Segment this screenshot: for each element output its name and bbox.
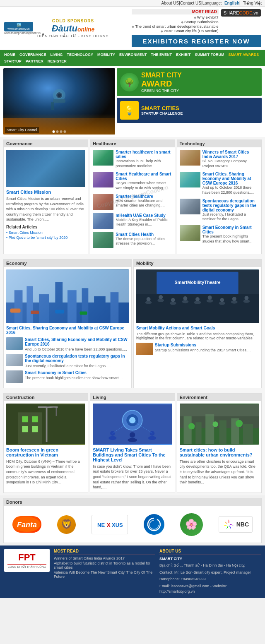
footer-item[interactable]: Alphabet to build futuristic district in… <box>54 561 155 570</box>
economy-article-title-2[interactable]: Spontaneous deregulation tests regulator… <box>25 354 129 363</box>
healthcare-link-2[interactable]: Smart Healthcare and Smart Cities <box>116 172 172 181</box>
governance-main-image <box>6 150 85 187</box>
svg-point-59 <box>128 438 137 442</box>
footer-logo-slogan: CÙNG ĐI TỚI THÀNH CÔNG <box>7 565 46 569</box>
footer: FPT CÙNG ĐI TỚI THÀNH CÔNG Most Read Win… <box>0 545 265 598</box>
svg-rect-68 <box>219 420 226 444</box>
hero-dot-1[interactable] <box>53 130 55 133</box>
svg-rect-13 <box>94 296 106 323</box>
environment-col: Environment Smart cities: how to buil <box>177 393 262 493</box>
related-item[interactable]: Phú Quốc to be 'smart city' by 2020 <box>6 235 85 240</box>
mobility-main-title[interactable]: Smart Mobility Actions and Smart Goals <box>136 326 259 330</box>
lang-vn[interactable]: Tiếng Việt <box>243 1 262 5</box>
healthcare-desc-2: Do you remember when smart was simply to… <box>116 181 172 190</box>
most-read-item[interactable]: 2030: Smart city life (US version) <box>132 29 218 33</box>
footer-logo-name: FPT <box>7 552 46 563</box>
nav-technology[interactable]: TECHNOLOGY <box>65 52 95 58</box>
smart-city-award[interactable]: 🌳 SMART CITY AWARD GREENING THE CITY <box>117 68 262 96</box>
footer-item[interactable]: Valencia Will Become The New 'Smart City… <box>54 570 155 579</box>
nav-smart-awards[interactable]: SMART AWARDS <box>227 52 261 58</box>
svg-point-34 <box>195 297 200 301</box>
nav-home[interactable]: HOME <box>2 52 17 58</box>
svg-point-28 <box>231 300 238 304</box>
svg-rect-74 <box>180 404 259 416</box>
healthcare-link-1[interactable]: Smarter healthcare in smart cities <box>116 150 172 159</box>
healthcare-thumb-4 <box>93 213 113 229</box>
healthcare-link-5[interactable]: Smart Cities Health <box>116 232 172 237</box>
nav-startup[interactable]: STARTUP <box>2 58 23 64</box>
award-sub: GREENING THE CITY <box>141 89 182 93</box>
footer-item[interactable]: Winners of Smart Cities India Awards 201… <box>54 556 155 560</box>
environment-main-title[interactable]: Smart cities: how to build sustainable u… <box>180 447 259 457</box>
economy-article-title-1[interactable]: Smart Cities, Sharing Economy and Mobili… <box>25 337 129 346</box>
economy-article-desc-1: And up to October 2016 there have been 2… <box>25 347 129 351</box>
hero-dot-3[interactable] <box>60 130 63 133</box>
tech-link-1[interactable]: Winners of Smart Cities India Awards 201… <box>202 150 259 159</box>
economy-article-2: Spontaneous deregulation tests regulator… <box>6 354 129 368</box>
nav-governance[interactable]: GOVERNANCE <box>18 52 48 58</box>
svg-rect-9 <box>39 294 49 323</box>
lightbulb-icon: 💡 <box>124 105 135 116</box>
logo-url: www.thachphathanphanh.vn <box>4 31 33 34</box>
hero-dot-2[interactable] <box>56 130 59 133</box>
svg-text:Fanta: Fanta <box>17 521 37 529</box>
hero-section: Smart City Control 🌳 SMART CITY AWARD GR… <box>0 66 265 137</box>
nav-living[interactable]: LIVING <box>49 52 65 58</box>
healthcare-link-3[interactable]: Smarter healthcare <box>116 194 172 199</box>
svg-rect-43 <box>22 416 28 422</box>
tech-link-2[interactable]: Smart Cities, Sharing Economy and Mobili… <box>202 172 259 185</box>
healthcare-thumb-2 <box>93 172 113 187</box>
lotus-icon: 🌸 <box>185 519 198 530</box>
tech-link-4[interactable]: Smart Economy in Smart Cities <box>202 225 259 234</box>
svg-point-80 <box>227 523 230 526</box>
nav-environment[interactable]: ENVIRONMENT <box>118 52 149 58</box>
nav-the-event[interactable]: THE EVENT <box>149 52 174 58</box>
construction-col: Construction Boom foreseen in green cons… <box>3 393 88 493</box>
healthcare-info-2: Smart Healthcare and Smart Cities Do you… <box>116 172 172 190</box>
mobility-title: Mobility <box>134 260 261 267</box>
healthcare-info-1: Smarter healthcare in smart cities Innov… <box>116 150 172 168</box>
living-main-title[interactable]: SMART Living Takes Smart Buildings and S… <box>93 447 172 462</box>
related-articles-label: Related Articles <box>6 225 85 229</box>
most-read-item[interactable]: The trend of smart urban development sus… <box>132 24 218 29</box>
nav-mobility[interactable]: MOBILITY <box>96 52 117 58</box>
most-read-item[interactable]: Why exhibit? <box>132 15 218 19</box>
tech-article-4: Smart Economy in Smart Cities The presen… <box>180 225 259 244</box>
dautu-logo[interactable]: Đàutuonline <box>37 23 109 34</box>
nav-register[interactable]: REGISTER <box>46 58 68 64</box>
svg-point-25 <box>194 301 201 304</box>
most-read-item[interactable]: Startup Submissions <box>132 20 218 24</box>
mobility-article-title-1[interactable]: Startup Submissions <box>155 343 251 347</box>
mobility-main-desc: The different groups shown in Table 1 an… <box>136 332 259 340</box>
healthcare-link-4[interactable]: mHealth UAE Case Study <box>116 213 172 218</box>
nav-partner[interactable]: PARTNER <box>24 58 45 64</box>
tech-info-3: Spontaneous deregulation tests regulator… <box>202 199 259 222</box>
hero-dot-4[interactable] <box>64 130 66 133</box>
about-link[interactable]: About US <box>161 1 179 5</box>
living-title: Living <box>90 394 174 401</box>
most-read-title: MOST READ <box>132 9 218 14</box>
construction-main-title[interactable]: Boom foreseen in green construction in V… <box>6 447 85 457</box>
lang-en[interactable]: English <box>224 1 239 5</box>
contact-link[interactable]: Contact US <box>180 1 201 5</box>
hero-dots <box>53 130 66 133</box>
tech-link-3[interactable]: Spontaneous deregulation tests regulator… <box>202 199 259 212</box>
svg-point-26 <box>207 299 213 303</box>
economy-main-title[interactable]: Smart Cities, Sharing Economy and Mobili… <box>6 326 129 335</box>
governance-main-title[interactable]: Smart Cities Mission <box>6 190 85 195</box>
section-2col-economy-mobility: Economy Smart Cities, Sharin <box>0 257 265 391</box>
nav-exhibit[interactable]: EXHIBIT <box>174 52 193 58</box>
related-item[interactable]: Smart Cities Mission <box>6 231 85 235</box>
healthcare-thumb-3 <box>93 194 113 210</box>
svg-point-32 <box>171 298 175 302</box>
startup-challenge[interactable]: 💡 SMART CITIES STARTUP CHALLENGE <box>117 98 262 123</box>
healthcare-article-4: mHealth UAE Case Study Mobile: A Key Ena… <box>93 213 172 229</box>
svg-rect-11 <box>67 290 77 323</box>
economy-article-title-3[interactable]: Smart Economy in Smart Cities <box>25 370 124 375</box>
svg-rect-70 <box>243 424 253 444</box>
footer-most-read-title: Most Read <box>54 549 155 555</box>
svg-point-55 <box>109 436 117 440</box>
exhibitors-banner[interactable]: Exhibitors register nOw <box>132 35 261 47</box>
nav-summit[interactable]: SUMMIT FORUM <box>193 52 226 58</box>
living-main-desc: In case you didn't know, Thom and I have… <box>93 464 172 490</box>
